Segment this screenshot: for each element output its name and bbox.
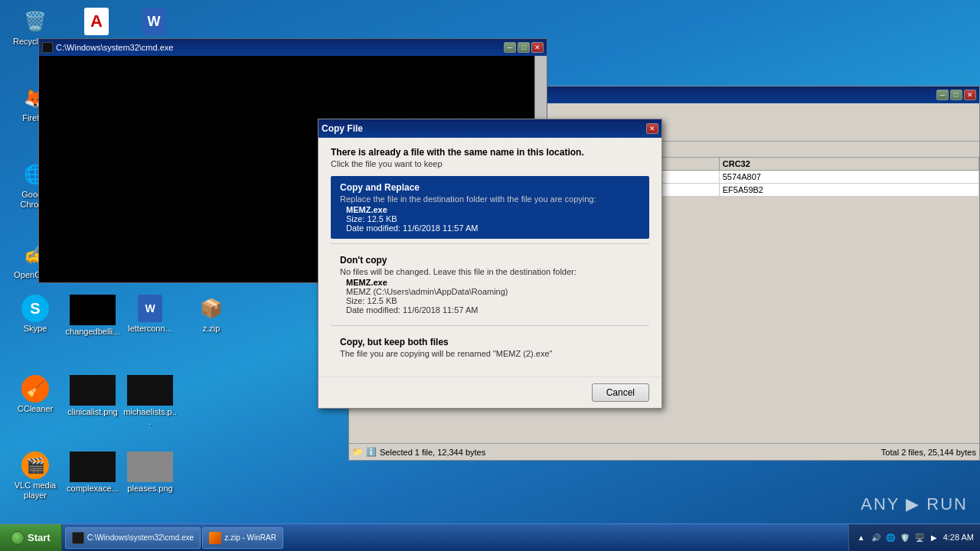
winrar-close-button[interactable]: ✕ [964, 90, 976, 100]
start-button[interactable]: Start [0, 524, 62, 551]
desktop-icon-letterconn[interactable]: W letterconn... [122, 295, 178, 334]
tray-icon-up-arrow[interactable]: ▲ [855, 532, 867, 544]
copy-dialog-header: There is already a file with the same na… [331, 147, 649, 158]
complexace-label: complexace... [67, 484, 119, 494]
michaelists-icon [127, 375, 173, 406]
winrar-taskbar-icon [209, 532, 221, 544]
desktop-icon-pleases[interactable]: pleases.png [122, 452, 178, 494]
copy-dialog-titlebar: Copy File ✕ [318, 119, 662, 138]
copy-keep-both-option[interactable]: Copy, but keep both files The file you a… [331, 331, 649, 364]
clinicalist-label: clinicalist.png [67, 407, 117, 417]
taskbar-cmd-label: C:\Windows\system32\cmd.exe [87, 533, 194, 542]
cmd-title-icon [42, 42, 53, 53]
desktop-icon-vlc[interactable]: 🎬 VLC media player [8, 452, 63, 500]
winrar-status-left: 📁 ℹ️ Selected 1 file, 12,344 bytes [352, 447, 485, 457]
taskbar-item-winrar[interactable]: z.zip - WinRAR [202, 527, 283, 549]
cmd-maximize-button[interactable]: □ [518, 42, 530, 53]
letterconn-icon: W [138, 295, 162, 322]
winrar-statusbar: 📁 ℹ️ Selected 1 file, 12,344 bytes Total… [349, 443, 979, 460]
start-label: Start [28, 532, 51, 543]
copy-replace-date: Date modified: 11/6/2018 11:57 AM [340, 223, 640, 233]
cmd-window-controls: ─ □ ✕ [504, 42, 544, 53]
divider2 [331, 325, 649, 326]
winrar-status-icon-folder: 📁 [352, 447, 363, 457]
dont-copy-option[interactable]: Don't copy No files will be changed. Lea… [331, 249, 649, 321]
clock-time: 4:28 AM [943, 532, 974, 543]
vlc-label: VLC media player [8, 481, 63, 500]
vlc-icon: 🎬 [21, 452, 49, 479]
skype-icon: S [21, 295, 49, 322]
divider1 [331, 243, 649, 244]
col-crc32: CRC32 [719, 158, 978, 171]
ccleaner-label: CCleaner [18, 404, 53, 414]
desktop-icon-clinicalist[interactable]: clinicalist.png [65, 375, 120, 417]
cmd-title-text: C:\Windows\system32\cmd.exe [56, 43, 173, 52]
desktop-icon-ccleaner[interactable]: 🧹 CCleaner [8, 375, 63, 414]
zzip-label: z.zip [203, 324, 220, 334]
notification-area: ▲ 🔊 🌐 🛡️ 🖥️ ▶ [855, 532, 940, 544]
winrar-minimize-button[interactable]: ─ [936, 90, 949, 100]
desktop-icon-changedbelli[interactable]: changedbelli... [65, 295, 120, 337]
copy-dialog-close-button[interactable]: ✕ [646, 123, 658, 134]
winrar-window-controls: ─ □ ✕ [936, 90, 976, 100]
pleases-label: pleases.png [127, 484, 172, 494]
copy-dialog-footer: Cancel [318, 377, 662, 408]
copy-dialog-body: There is already a file with the same na… [318, 138, 662, 377]
copy-replace-option[interactable]: Copy and Replace Replace the file in the… [331, 176, 649, 239]
ccleaner-icon: 🧹 [21, 375, 49, 403]
copy-dialog-title-text: Copy File [322, 123, 363, 134]
winrar-status-right: Total 2 files, 25,144 bytes [881, 448, 976, 457]
desktop-icon-michaelists[interactable]: michaelists.p... [122, 375, 178, 427]
winrar-total-text: Total 2 files, 25,144 bytes [881, 448, 976, 457]
tray-icon-play[interactable]: ▶ [928, 532, 940, 544]
taskbar-item-cmd[interactable]: C:\Windows\system32\cmd.exe [65, 527, 201, 549]
copy-replace-size: Size: 12.5 KB [340, 214, 640, 223]
copy-replace-desc: Replace the file in the destination fold… [340, 194, 640, 204]
desktop-icon-zzip[interactable]: 📦 z.zip [184, 295, 239, 334]
copy-keep-both-desc: The file you are copying will be renamed… [340, 349, 640, 358]
changedbelli-icon [70, 295, 116, 325]
row1-crc32: 5574A807 [719, 171, 978, 184]
cmd-taskbar-icon [72, 532, 84, 544]
taskbar-winrar-label: z.zip - WinRAR [224, 533, 276, 542]
start-orb [11, 531, 24, 545]
zzip-icon: 📦 [198, 295, 225, 322]
clinicalist-icon [70, 375, 116, 406]
desktop: 🗑️ Recycle Bin A Adobe Acrobat W Word 🦊 … [0, 0, 980, 551]
copy-replace-filename: MEMZ.exe [340, 205, 640, 214]
taskbar-tray: ▲ 🔊 🌐 🛡️ 🖥️ ▶ 4:28 AM [848, 524, 980, 551]
copy-keep-both-title: Copy, but keep both files [340, 337, 640, 347]
winrar-status-icon-info: ℹ️ [366, 447, 377, 457]
word-icon: W [142, 8, 166, 35]
anyrun-watermark: ANY ▶ RUN [861, 494, 968, 514]
cmd-close-button[interactable]: ✕ [531, 42, 544, 53]
dont-copy-size: Size: 12.5 KB [340, 296, 640, 305]
tray-icon-shield[interactable]: 🛡️ [899, 532, 911, 544]
changedbelli-label: changedbelli... [66, 327, 120, 337]
letterconn-label: letterconn... [128, 324, 172, 334]
copy-file-dialog: Copy File ✕ There is already a file with… [318, 119, 662, 409]
dont-copy-desc: No files will be changed. Leave this fil… [340, 267, 640, 276]
tray-icon-monitor[interactable]: 🖥️ [913, 532, 926, 544]
desktop-icon-skype[interactable]: S Skype [8, 295, 63, 334]
copy-replace-title: Copy and Replace [340, 182, 640, 193]
copy-dialog-subtext: Click the file you want to keep [331, 159, 649, 168]
dont-copy-location: MEMZ (C:\Users\admin\AppData\Roaming) [340, 287, 640, 296]
winrar-selected-text: Selected 1 file, 12,344 bytes [380, 448, 485, 457]
dont-copy-date: Date modified: 11/6/2018 11:57 AM [340, 305, 640, 315]
cmd-minimize-button[interactable]: ─ [504, 42, 516, 53]
skype-label: Skype [24, 324, 47, 334]
michaelists-label: michaelists.p... [122, 407, 178, 427]
copy-dialog-cancel-button[interactable]: Cancel [592, 383, 649, 402]
desktop-icon-complexace[interactable]: complexace... [65, 452, 120, 494]
pleases-icon [127, 452, 173, 482]
tray-icon-network[interactable]: 🌐 [884, 532, 897, 544]
winrar-maximize-button[interactable]: □ [950, 90, 962, 100]
system-clock[interactable]: 4:28 AM [943, 532, 974, 543]
tray-icon-speaker[interactable]: 🔊 [870, 532, 882, 544]
recycle-icon: 🗑️ [21, 8, 49, 35]
taskbar: Start C:\Windows\system32\cmd.exe z.zip … [0, 523, 980, 551]
taskbar-items: C:\Windows\system32\cmd.exe z.zip - WinR… [62, 524, 848, 551]
dont-copy-filename: MEMZ.exe [340, 278, 640, 287]
cmd-titlebar: C:\Windows\system32\cmd.exe ─ □ ✕ [39, 39, 547, 56]
